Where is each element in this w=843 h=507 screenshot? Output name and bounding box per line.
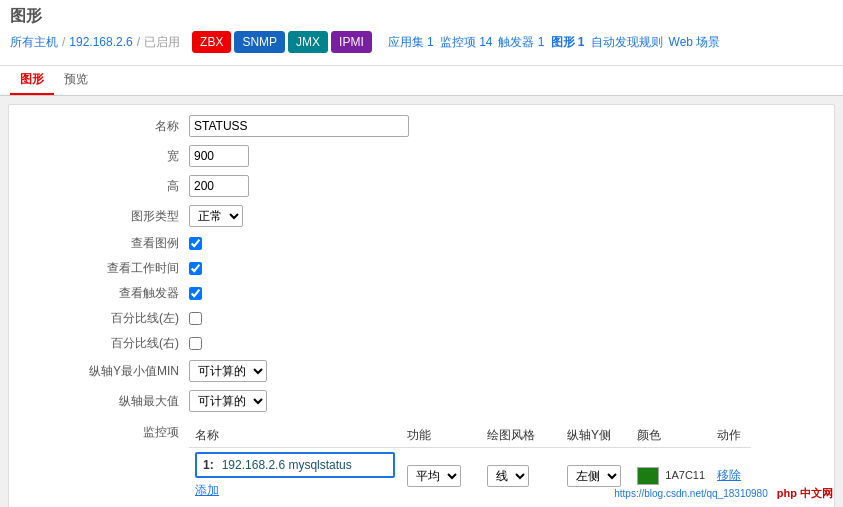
breadcrumb: 所有主机 / 192.168.2.6 / 已启用 ZBX SNMP JMX IP… <box>10 31 833 53</box>
tab-graph[interactable]: 图形 <box>10 66 54 95</box>
graph-type-label: 图形类型 <box>29 208 189 225</box>
pct-left-row: 百分比线(左) <box>29 310 814 327</box>
view-legend-checkbox[interactable] <box>189 237 202 250</box>
nav-link-webscene[interactable]: Web 场景 <box>669 34 721 51</box>
monitor-item-number: 1: <box>203 458 214 472</box>
color-value: 1A7C11 <box>665 469 705 481</box>
view-triggers-checkbox[interactable] <box>189 287 202 300</box>
nav-link-trigger[interactable]: 触发器 1 <box>498 34 544 51</box>
page-title: 图形 <box>10 6 833 27</box>
tab-snmp[interactable]: SNMP <box>234 31 285 53</box>
breadcrumb-allhosts[interactable]: 所有主机 <box>10 34 58 51</box>
view-worktime-row: 查看工作时间 <box>29 260 814 277</box>
draw-style-cell: 线 <box>481 448 561 504</box>
col-function: 功能 <box>401 424 481 448</box>
nav-link-appset[interactable]: 应用集 1 <box>388 34 434 51</box>
col-draw-style: 绘图风格 <box>481 424 561 448</box>
pct-left-label: 百分比线(左) <box>29 310 189 327</box>
col-color: 颜色 <box>631 424 711 448</box>
height-row: 高 <box>29 175 814 197</box>
ymin-label: 纵轴Y最小值MIN <box>29 363 189 380</box>
pct-right-label: 百分比线(右) <box>29 335 189 352</box>
yaxis-select[interactable]: 左侧 <box>567 465 621 487</box>
view-triggers-row: 查看触发器 <box>29 285 814 302</box>
col-action: 动作 <box>711 424 751 448</box>
breadcrumb-status: 已启用 <box>144 34 180 51</box>
draw-style-select[interactable]: 线 <box>487 465 529 487</box>
footer-link: https://blog.csdn.net/qq_18310980 php 中文… <box>614 486 833 501</box>
view-worktime-checkbox[interactable] <box>189 262 202 275</box>
nav-links-group: 应用集 1 监控项 14 触发器 1 图形 1 自动发现规则 Web 场景 <box>388 34 721 51</box>
view-worktime-label: 查看工作时间 <box>29 260 189 277</box>
ymax-row: 纵轴最大值 可计算的 <box>29 390 814 412</box>
name-row: 名称 <box>29 115 814 137</box>
tab-ipmi[interactable]: IPMI <box>331 31 372 53</box>
ymax-label: 纵轴最大值 <box>29 393 189 410</box>
breadcrumb-ip[interactable]: 192.168.2.6 <box>69 35 132 49</box>
monitor-item-text: 192.168.2.6 mysqlstatus <box>222 458 352 472</box>
tabs-top-group: ZBX SNMP JMX IPMI <box>192 31 372 53</box>
width-input[interactable] <box>189 145 249 167</box>
footer-logo: php 中文网 <box>777 487 833 499</box>
monitor-item-box[interactable]: 1: 192.168.2.6 mysqlstatus <box>195 452 395 478</box>
tab-jmx[interactable]: JMX <box>288 31 328 53</box>
add-monitor-link[interactable]: 添加 <box>195 482 395 499</box>
view-triggers-label: 查看触发器 <box>29 285 189 302</box>
monitor-name-cell: 1: 192.168.2.6 mysqlstatus 添加 <box>189 448 401 504</box>
height-input[interactable] <box>189 175 249 197</box>
ymin-select[interactable]: 可计算的 <box>189 360 267 382</box>
view-legend-label: 查看图例 <box>29 235 189 252</box>
pct-right-checkbox[interactable] <box>189 337 202 350</box>
height-label: 高 <box>29 178 189 195</box>
width-row: 宽 <box>29 145 814 167</box>
form-content: 名称 宽 高 图形类型 正常 查看图例 查看工作时间 查看触发器 百分比线(左) <box>8 104 835 507</box>
footer-url: https://blog.csdn.net/qq_18310980 <box>614 488 767 499</box>
page-header: 图形 所有主机 / 192.168.2.6 / 已启用 ZBX SNMP JMX… <box>0 0 843 66</box>
main-nav: 图形 预览 <box>0 66 843 96</box>
nav-link-discovery[interactable]: 自动发现规则 <box>591 34 663 51</box>
graph-type-row: 图形类型 正常 <box>29 205 814 227</box>
function-select[interactable]: 平均 <box>407 465 461 487</box>
tab-preview[interactable]: 预览 <box>54 66 98 95</box>
width-label: 宽 <box>29 148 189 165</box>
name-input[interactable] <box>189 115 409 137</box>
monitor-table-header: 名称 功能 绘图风格 纵轴Y侧 颜色 动作 <box>189 424 751 448</box>
function-cell: 平均 <box>401 448 481 504</box>
pct-left-checkbox[interactable] <box>189 312 202 325</box>
view-legend-row: 查看图例 <box>29 235 814 252</box>
tab-zbx[interactable]: ZBX <box>192 31 231 53</box>
ymax-select[interactable]: 可计算的 <box>189 390 267 412</box>
nav-link-graph[interactable]: 图形 1 <box>551 34 585 51</box>
nav-link-monitor[interactable]: 监控项 14 <box>440 34 493 51</box>
col-name: 名称 <box>189 424 401 448</box>
monitor-label: 监控项 <box>29 420 189 441</box>
col-yaxis: 纵轴Y侧 <box>561 424 631 448</box>
remove-link[interactable]: 移除 <box>717 468 741 482</box>
pct-right-row: 百分比线(右) <box>29 335 814 352</box>
ymin-row: 纵轴Y最小值MIN 可计算的 <box>29 360 814 382</box>
graph-type-select[interactable]: 正常 <box>189 205 243 227</box>
name-label: 名称 <box>29 118 189 135</box>
color-swatch[interactable] <box>637 467 659 485</box>
